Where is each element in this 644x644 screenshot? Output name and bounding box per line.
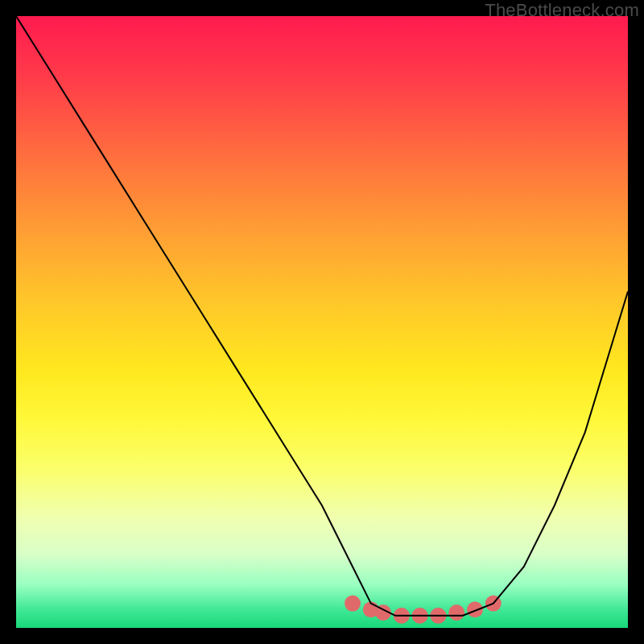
plot-area xyxy=(16,16,628,628)
bottleneck-curve xyxy=(16,16,628,616)
chart-frame: TheBottleneck.com xyxy=(0,0,644,644)
curve-svg xyxy=(16,16,628,628)
plateau-dot xyxy=(448,605,464,621)
plateau-dot xyxy=(345,596,361,612)
plateau-dot xyxy=(467,601,483,617)
